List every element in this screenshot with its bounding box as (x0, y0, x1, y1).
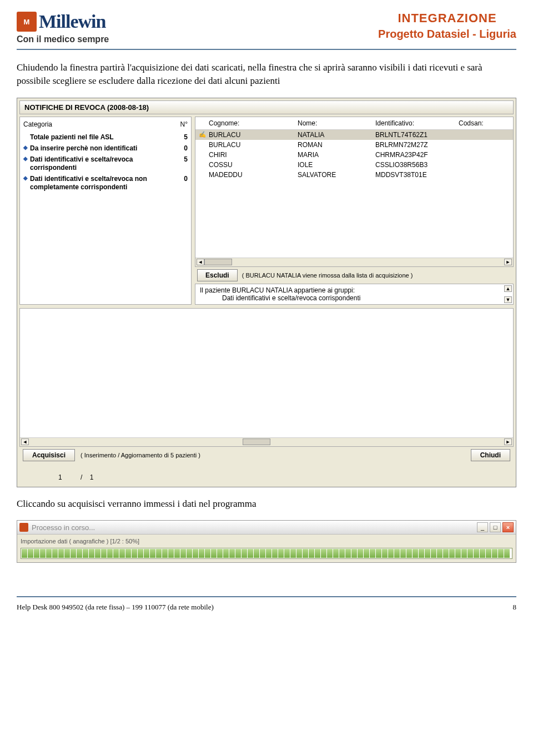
page-current: 1 (58, 473, 62, 481)
cell-nome: NATALIA (294, 130, 372, 140)
maximize-button[interactable]: □ (490, 522, 501, 532)
bullet-icon: ◆ (23, 155, 30, 162)
hscrollbar-2[interactable]: ◄ ► (20, 437, 513, 446)
header-title-2: Progetto Datasiel - Liguria (378, 28, 516, 41)
category-panel: Categoria N° Totale pazienti nel file AS… (19, 117, 192, 305)
cell-nome: SALVATORE (294, 170, 372, 180)
category-label: Totale pazienti nel file ASL (30, 133, 178, 141)
cell-id: CSSLIO38R56B3 (372, 160, 455, 170)
category-count: 5 (178, 155, 188, 163)
cell-cognome: COSSU (205, 160, 294, 170)
scroll-up-icon[interactable]: ▲ (504, 285, 512, 292)
scroll-down-icon[interactable]: ▼ (504, 296, 512, 303)
cell-id: MDDSVT38T01E (372, 170, 455, 180)
empty-panel: ◄ ► (19, 308, 514, 447)
message-box: Il paziente BURLACU NATALIA appartiene a… (195, 284, 514, 305)
escludi-button[interactable]: Escludi (197, 269, 238, 281)
scroll-left-icon[interactable]: ◄ (21, 439, 29, 445)
category-count: 0 (178, 175, 188, 183)
close-button[interactable]: × (502, 522, 514, 532)
patient-table: Cognome: Nome: Identificativo: Codsan: ✍… (195, 117, 514, 267)
logo-text: Millewin (39, 11, 105, 32)
progress-window: Processo in corso... _ □ × Importazione … (17, 520, 516, 563)
col-n: N° (180, 120, 188, 128)
cell-id: CHRMRA23P42F (372, 150, 455, 160)
chiudi-button[interactable]: Chiudi (471, 449, 510, 461)
col-cognome: Cognome: (205, 117, 294, 129)
edit-icon (195, 150, 205, 160)
cell-cognome: CHIRI (205, 150, 294, 160)
footer-page-number: 8 (513, 603, 517, 612)
cell-codsan (455, 150, 513, 160)
cell-codsan (455, 160, 513, 170)
edit-icon (195, 170, 205, 180)
cell-nome: IOLE (294, 160, 372, 170)
category-label: Dati identificativi e scelta/revoca non … (30, 175, 178, 191)
patient-row[interactable]: CHIRIMARIACHRMRA23P42F (195, 150, 513, 160)
cell-nome: ROMAN (294, 140, 372, 150)
edit-icon: ✍ (195, 130, 205, 140)
scroll-thumb[interactable] (243, 439, 270, 445)
scroll-right-icon[interactable]: ► (504, 439, 512, 445)
paragraph-1: Chiudendo la finestra partirà l'acquisiz… (17, 61, 516, 88)
window-title: NOTIFICHE DI REVOCA (2008-08-18) (19, 100, 514, 114)
logo: M Millewin (17, 11, 109, 32)
category-row[interactable]: ◆Dati identificativi e scelta/revoca non… (23, 173, 188, 193)
page-total: 1 (90, 473, 94, 481)
category-label: Dati identificativi e scelta/revoca corr… (30, 155, 178, 172)
patient-row[interactable]: MADEDDUSALVATOREMDDSVT38T01E (195, 170, 513, 180)
page-counter: 1 / 1 (19, 463, 514, 485)
cell-cognome: BURLACU (205, 140, 294, 150)
bullet-icon: ◆ (23, 144, 30, 150)
category-count: 0 (178, 144, 188, 152)
patient-row[interactable]: BURLACUROMANBRLRMN72M27Z (195, 140, 513, 150)
screenshot-notifiche: NOTIFICHE DI REVOCA (2008-08-18) Categor… (17, 98, 516, 487)
category-count: 5 (178, 133, 188, 141)
hscrollbar[interactable]: ◄ ► (195, 258, 513, 266)
acquisisci-button[interactable]: Acquisisci (23, 449, 75, 461)
page-header: M Millewin Con il medico sempre INTEGRAZ… (17, 11, 516, 50)
escludi-note: ( BURLACU NATALIA viene rimossa dalla li… (242, 272, 413, 279)
col-codsan: Codsan: (455, 117, 513, 129)
patient-row[interactable]: COSSUIOLECSSLIO38R56B3 (195, 160, 513, 170)
cell-id: BRLNTL74T62Z1 (372, 130, 455, 140)
bullet-icon: ◆ (23, 175, 30, 181)
col-identificativo: Identificativo: (372, 117, 455, 129)
cell-codsan (455, 170, 513, 180)
message-line-1: Il paziente BURLACU NATALIA appartiene a… (200, 286, 509, 294)
progress-label: Importazione dati ( anagrafiche ) [1/2 :… (21, 538, 512, 545)
page-footer: Help Desk 800 949502 (da rete fissa) – 1… (17, 596, 516, 612)
progress-bar (21, 548, 512, 559)
scroll-thumb[interactable] (204, 259, 232, 265)
cell-codsan (455, 140, 513, 150)
col-categoria: Categoria (23, 120, 52, 128)
logo-icon: M (17, 12, 37, 32)
minimize-button[interactable]: _ (477, 522, 488, 532)
edit-icon (195, 160, 205, 170)
cell-id: BRLRMN72M27Z (372, 140, 455, 150)
page-sep: / (81, 473, 82, 481)
footer-helpdesk: Help Desk 800 949502 (da rete fissa) – 1… (17, 603, 214, 612)
category-row[interactable]: ◆Da inserire perchè non identificati0 (23, 143, 188, 154)
cell-cognome: BURLACU (205, 130, 294, 140)
cell-codsan (455, 130, 513, 140)
category-label: Da inserire perchè non identificati (30, 144, 178, 152)
cell-cognome: MADEDDU (205, 170, 294, 180)
header-title-1: INTEGRAZIONE (378, 11, 516, 26)
acquisisci-note: ( Inserimento / Aggiornamento di 5 pazie… (75, 452, 471, 458)
scroll-left-icon[interactable]: ◄ (197, 259, 204, 265)
scroll-right-icon[interactable]: ► (504, 259, 512, 265)
app-icon (19, 523, 28, 532)
progress-title: Processo in corso... (32, 523, 95, 532)
col-nome: Nome: (294, 117, 372, 129)
message-line-2: Dati identificativi e scelta/revoca corr… (200, 294, 509, 302)
paragraph-2: Cliccando su acquisisci verranno immessi… (17, 497, 516, 511)
cell-nome: MARIA (294, 150, 372, 160)
category-row[interactable]: ◆Dati identificativi e scelta/revoca cor… (23, 154, 188, 173)
tagline: Con il medico sempre (17, 34, 109, 44)
category-row[interactable]: Totale pazienti nel file ASL5 (23, 132, 188, 143)
edit-icon (195, 140, 205, 150)
patient-row[interactable]: ✍BURLACUNATALIABRLNTL74T62Z1 (195, 130, 513, 140)
